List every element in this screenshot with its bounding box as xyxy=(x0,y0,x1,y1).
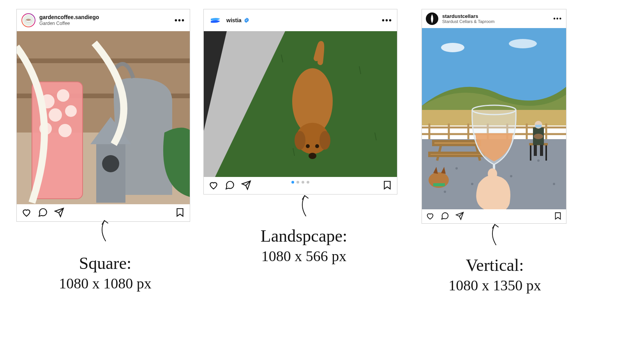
heart-icon[interactable] xyxy=(208,180,219,190)
carousel-indicator xyxy=(291,181,309,184)
post-image-vertical[interactable] xyxy=(422,28,566,209)
post-header: stardustcellars Stardust Cellars & Tapro… xyxy=(422,9,566,28)
annotation-dimensions: 1080 x 1350 px xyxy=(436,277,553,294)
svg-rect-66 xyxy=(534,145,537,156)
svg-point-65 xyxy=(534,134,543,139)
svg-rect-67 xyxy=(540,145,543,156)
username-text: wistia xyxy=(226,17,242,24)
carousel-dot[interactable] xyxy=(307,181,309,184)
svg-point-29 xyxy=(309,153,316,159)
annotation-title: Landspcape: xyxy=(242,226,366,246)
svg-point-53 xyxy=(444,191,446,193)
bookmark-icon[interactable] xyxy=(175,207,185,217)
svg-point-27 xyxy=(306,144,310,148)
svg-point-10 xyxy=(57,89,69,102)
carousel-dot[interactable] xyxy=(302,181,304,184)
more-options-icon[interactable]: ••• xyxy=(553,15,562,22)
annotation-title: Square: xyxy=(47,253,164,273)
cup-icon xyxy=(22,14,35,27)
post-card-vertical: stardustcellars Stardust Cellars & Tapro… xyxy=(422,9,566,224)
post-actions xyxy=(422,209,566,223)
post-image-landscape[interactable] xyxy=(204,31,397,177)
heart-icon[interactable] xyxy=(21,207,32,217)
annotation-vertical: Vertical: 1080 x 1350 px xyxy=(436,255,553,294)
location[interactable]: Stardust Cellars & Taproom xyxy=(442,19,494,24)
share-icon[interactable] xyxy=(241,180,251,190)
annotation-arrow-icon xyxy=(483,223,506,246)
avatar[interactable] xyxy=(208,13,222,27)
avatar[interactable] xyxy=(426,12,438,25)
svg-point-51 xyxy=(537,159,540,162)
bookmark-icon[interactable] xyxy=(554,212,562,220)
username[interactable]: gardencoffee.sandiego xyxy=(39,14,99,21)
comment-icon[interactable] xyxy=(38,207,48,217)
annotation-dimensions: 1080 x 566 px xyxy=(242,247,366,265)
svg-rect-58 xyxy=(429,153,484,156)
svg-point-31 xyxy=(319,131,330,150)
username-block: gardencoffee.sandiego Garden Coffee xyxy=(39,14,99,26)
svg-point-15 xyxy=(102,155,119,172)
svg-rect-71 xyxy=(433,183,445,186)
svg-point-75 xyxy=(488,168,497,179)
svg-point-52 xyxy=(553,183,555,185)
svg-point-12 xyxy=(65,105,77,117)
username-block: wistia xyxy=(226,17,250,24)
comment-icon[interactable] xyxy=(225,180,235,190)
post-actions xyxy=(17,204,190,221)
bookmark-icon[interactable] xyxy=(382,180,392,190)
more-options-icon[interactable]: ••• xyxy=(175,16,185,25)
svg-point-11 xyxy=(49,108,62,122)
svg-rect-64 xyxy=(535,125,542,127)
annotation-arrow-icon xyxy=(293,194,316,217)
username[interactable]: stardustcellars xyxy=(442,13,494,19)
post-card-landscape: wistia ••• xyxy=(203,9,397,194)
svg-point-50 xyxy=(510,175,512,177)
header-left: gardencoffee.sandiego Garden Coffee xyxy=(21,13,99,27)
svg-point-34 xyxy=(441,43,464,52)
header-left: wistia xyxy=(208,13,250,27)
annotation-dimensions: 1080 x 1080 px xyxy=(47,275,164,292)
canvas: gardencoffee.sandiego Garden Coffee ••• xyxy=(0,0,644,350)
carousel-dot[interactable] xyxy=(296,181,299,184)
header-left: stardustcellars Stardust Cellars & Tapro… xyxy=(426,12,494,25)
svg-point-14 xyxy=(58,124,72,137)
annotation-landscape: Landspcape: 1080 x 566 px xyxy=(242,226,366,265)
post-image-square[interactable] xyxy=(17,31,190,204)
annotation-arrow-icon xyxy=(93,219,116,242)
post-card-square: gardencoffee.sandiego Garden Coffee ••• xyxy=(16,9,190,222)
avatar[interactable] xyxy=(21,13,35,27)
verified-badge-icon xyxy=(243,17,250,23)
post-header: gardencoffee.sandiego Garden Coffee ••• xyxy=(17,9,190,31)
heart-icon[interactable] xyxy=(426,212,434,220)
svg-point-35 xyxy=(509,39,537,48)
stardust-logo-icon xyxy=(426,12,438,25)
share-icon[interactable] xyxy=(455,212,464,220)
share-icon[interactable] xyxy=(54,207,64,217)
annotation-square: Square: 1080 x 1080 px xyxy=(47,253,164,292)
svg-rect-55 xyxy=(433,141,480,145)
wistia-logo-icon xyxy=(208,13,222,27)
svg-point-30 xyxy=(295,131,305,150)
annotation-title: Vertical: xyxy=(436,255,553,275)
svg-point-54 xyxy=(471,183,473,185)
username-block: stardustcellars Stardust Cellars & Tapro… xyxy=(442,13,494,25)
svg-point-48 xyxy=(455,167,458,170)
post-actions xyxy=(204,177,397,194)
username[interactable]: wistia xyxy=(226,17,250,24)
carousel-dot[interactable] xyxy=(291,181,294,184)
more-options-icon[interactable]: ••• xyxy=(382,16,392,25)
post-header: wistia ••• xyxy=(204,9,397,31)
svg-point-28 xyxy=(315,144,319,148)
location[interactable]: Garden Coffee xyxy=(39,21,99,26)
svg-point-2 xyxy=(26,19,31,21)
comment-icon[interactable] xyxy=(441,212,449,220)
